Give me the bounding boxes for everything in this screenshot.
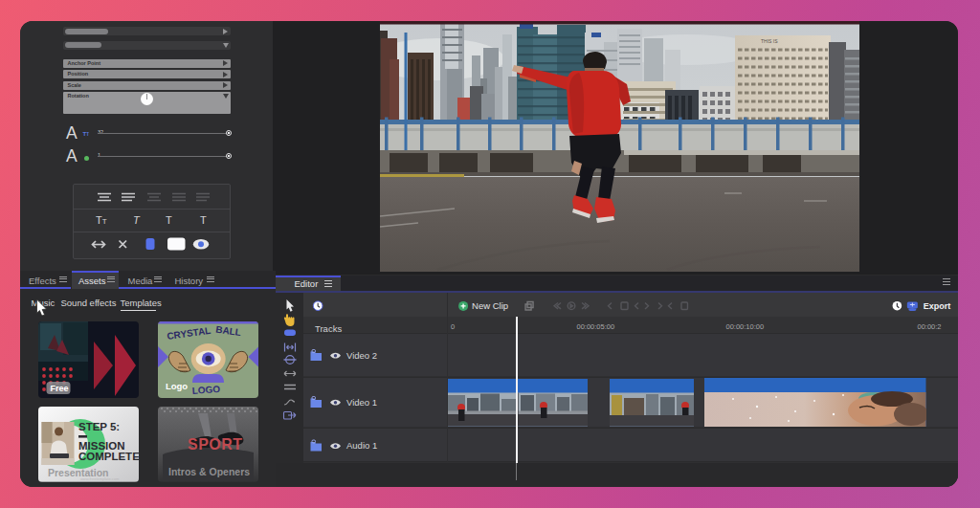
svg-text:Export: Export — [924, 301, 950, 311]
svg-text:THIS IS: THIS IS — [761, 38, 778, 44]
svg-text:COMPLETE: COMPLETE — [78, 452, 139, 463]
svg-text:MISSION: MISSION — [78, 440, 125, 452]
svg-text:Video 1: Video 1 — [346, 397, 377, 408]
svg-text:Intros & Openers: Intros & Openers — [168, 467, 250, 477]
svg-text:STEP 5:: STEP 5: — [78, 421, 120, 432]
svg-text:www.freetemplate.com: www.freetemplate.com — [80, 477, 120, 482]
svg-text:Video 2: Video 2 — [346, 350, 377, 361]
svg-text:Logo: Logo — [166, 381, 188, 391]
svg-text:Free: Free — [51, 384, 69, 393]
svg-text:New Clip: New Clip — [472, 300, 508, 311]
svg-text:Audio 1: Audio 1 — [346, 440, 377, 451]
svg-text:LOGO: LOGO — [191, 384, 220, 396]
svg-text:SPORT: SPORT — [188, 436, 243, 453]
